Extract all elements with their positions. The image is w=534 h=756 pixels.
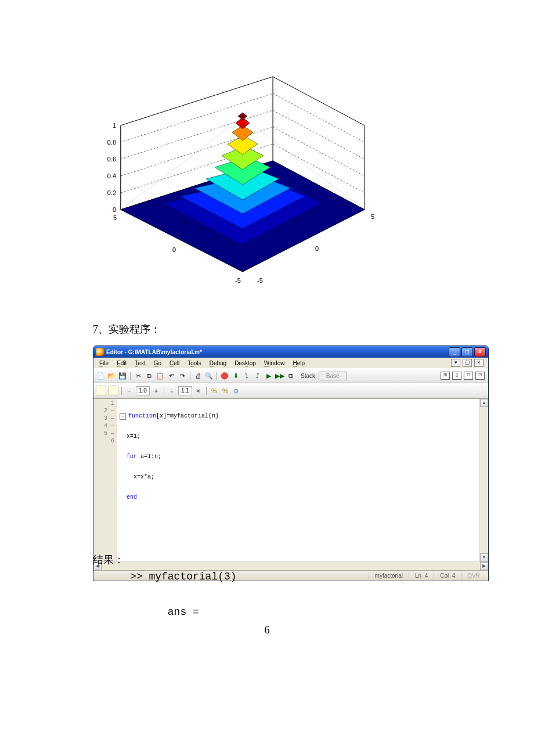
z-tick-0.2: 0.2 xyxy=(107,189,116,196)
undo-icon[interactable]: ↶ xyxy=(167,371,176,380)
copy-icon[interactable]: ⧉ xyxy=(145,371,154,380)
command-output: >> myfactorial(3) ans = xyxy=(130,568,237,621)
run-continue-icon[interactable]: ▶▶ xyxy=(275,371,284,380)
code-text: x=1; xyxy=(127,433,140,440)
eval-advance-icon[interactable]: % xyxy=(221,386,230,395)
close-button[interactable]: × xyxy=(474,347,486,357)
menu-cell[interactable]: Cell xyxy=(166,359,183,367)
minimize-button[interactable]: _ xyxy=(449,347,460,357)
breakpoint-icon[interactable]: 🔴 xyxy=(220,371,229,380)
maximize-button[interactable]: □ xyxy=(461,347,473,357)
cell-increment-field[interactable]: 1.0 xyxy=(136,386,150,395)
cut-icon[interactable]: ✂ xyxy=(134,371,143,380)
stack-icon[interactable]: ⧉ xyxy=(286,371,295,380)
save-icon[interactable]: 💾 xyxy=(118,371,127,380)
cell-divide-icon[interactable]: ÷ xyxy=(167,386,176,395)
scroll-down-icon[interactable]: ▼ xyxy=(480,553,488,561)
document-page: 0 0.2 0.4 0.6 0.8 1 5 0 -5 -5 0 5 7、实验程序… xyxy=(0,0,534,756)
y-tick-0: 0 xyxy=(172,246,176,253)
dock-dropdown-icon[interactable]: ▾ xyxy=(451,359,460,367)
code-editor[interactable]: -function[x]=myfactorial(n) x=1; for a=1… xyxy=(117,399,479,561)
y-tick-pos5: 5 xyxy=(113,214,117,221)
y-tick-neg5: -5 xyxy=(235,277,241,284)
output-line-1: >> myfactorial(3) xyxy=(130,571,237,582)
eval-cell-icon[interactable]: % xyxy=(210,386,219,395)
x-tick-pos5: 5 xyxy=(371,213,374,220)
layout-c-icon[interactable]: ⊟ xyxy=(464,372,473,380)
code-text: [x]=myfactorial(n) xyxy=(156,413,219,419)
redo-icon[interactable]: ↷ xyxy=(178,371,187,380)
line-gutter: 1 2— 3— 4— 5— 6 xyxy=(93,399,117,561)
result-heading: 结果： xyxy=(93,553,124,567)
z-tick-0.6: 0.6 xyxy=(107,156,116,163)
code-text: a=1:n; xyxy=(137,453,161,460)
window-titlebar[interactable]: Editor - G:\MATLAB\myfactorial.m* _ □ × xyxy=(93,346,488,358)
x-tick-neg5: -5 xyxy=(257,277,263,284)
cell-plus-icon[interactable]: + xyxy=(151,386,161,395)
layout-b-icon[interactable]: ▯ xyxy=(452,372,461,380)
window-title: Editor - G:\MATLAB\myfactorial.m* xyxy=(106,349,449,355)
close-document-icon[interactable]: × xyxy=(474,359,484,367)
cell-multiplier-field[interactable]: 1.1 xyxy=(178,386,192,395)
cell-minus-icon[interactable]: − xyxy=(125,386,134,395)
layout-d-icon[interactable]: ⊡ xyxy=(475,372,485,380)
open-file-icon[interactable]: 📂 xyxy=(107,371,116,380)
x-tick-0: 0 xyxy=(315,245,319,252)
step-icon[interactable]: ⬇ xyxy=(231,371,240,380)
status-line: Ln 4 xyxy=(409,573,434,579)
menu-help[interactable]: Help xyxy=(289,359,308,367)
undock-icon[interactable]: ▢ xyxy=(463,359,472,367)
section-heading: 7、实验程序： xyxy=(93,322,161,336)
stack-label: Stack: xyxy=(301,373,317,379)
menu-tools[interactable]: Tools xyxy=(184,359,204,367)
eval-file-icon[interactable]: ⊙ xyxy=(232,386,241,395)
stack-dropdown[interactable]: Base xyxy=(319,372,347,380)
cell-a-icon[interactable] xyxy=(96,386,106,396)
status-ovr: OVR xyxy=(461,573,486,579)
step-out-icon[interactable]: ⤴ xyxy=(253,371,262,380)
z-tick-0.8: 0.8 xyxy=(107,139,116,146)
keyword-for: for xyxy=(127,453,137,460)
vertical-scrollbar[interactable]: ▲ ▼ xyxy=(479,399,488,561)
cell-b-icon[interactable] xyxy=(108,386,118,396)
menubar: FFileile Edit Text Go Cell Tools Debug D… xyxy=(93,358,488,368)
menu-debug[interactable]: Debug xyxy=(206,359,230,367)
menu-window[interactable]: Window xyxy=(261,359,288,367)
scroll-right-icon[interactable]: ▶ xyxy=(480,562,488,570)
code-area: 1 2— 3— 4— 5— 6 -function[x]=myfactorial… xyxy=(93,398,488,561)
menu-go[interactable]: Go xyxy=(150,359,165,367)
code-text: x=x*a; xyxy=(134,474,154,480)
keyword-end: end xyxy=(127,494,137,501)
new-file-icon[interactable]: 📄 xyxy=(96,371,105,380)
matlab-editor-window: Editor - G:\MATLAB\myfactorial.m* _ □ × … xyxy=(93,345,489,581)
step-in-icon[interactable]: ⤵ xyxy=(242,371,251,380)
z-tick-1: 1 xyxy=(113,122,116,129)
find-icon[interactable]: 🔍 xyxy=(204,371,214,380)
page-number: 6 xyxy=(0,624,534,636)
keyword-function: function xyxy=(128,413,156,419)
menu-file[interactable]: FFileile xyxy=(96,359,112,367)
menu-text[interactable]: Text xyxy=(131,359,149,367)
z-tick-0: 0 xyxy=(113,206,116,213)
toolbar-main: 📄 📂 💾 ✂ ⧉ 📋 ↶ ↷ 🖨 🔍 🔴 ⬇ ⤵ ⤴ ▶ ▶▶ ⧉ Stack… xyxy=(93,368,488,383)
z-tick-0.4: 0.4 xyxy=(107,172,116,179)
paste-icon[interactable]: 📋 xyxy=(156,371,165,380)
run-icon[interactable]: ▶ xyxy=(264,371,273,380)
matlab-app-icon xyxy=(96,348,104,356)
scroll-up-icon[interactable]: ▲ xyxy=(480,399,488,407)
surface-plot-figure: 0 0.2 0.4 0.6 0.8 1 5 0 -5 -5 0 5 xyxy=(87,64,389,285)
fold-icon[interactable]: - xyxy=(120,413,126,420)
status-col: Col 4 xyxy=(434,573,461,579)
toolbar-cell: − 1.0 + ÷ 1.1 × % % ⊙ xyxy=(93,383,488,398)
print-icon[interactable]: 🖨 xyxy=(193,371,203,380)
output-line-2: ans = xyxy=(168,606,199,618)
line-number: 1 xyxy=(111,400,114,406)
menu-edit[interactable]: Edit xyxy=(113,359,130,367)
layout-a-icon[interactable]: ⊞ xyxy=(441,372,450,380)
surface-plot-svg: 0 0.2 0.4 0.6 0.8 1 5 0 -5 -5 0 5 xyxy=(87,64,389,285)
line-number: 6 xyxy=(111,438,114,444)
menu-desktop[interactable]: Desktop xyxy=(231,359,259,367)
cell-times-icon[interactable]: × xyxy=(194,386,203,395)
status-filename: myfactorial xyxy=(369,573,409,579)
